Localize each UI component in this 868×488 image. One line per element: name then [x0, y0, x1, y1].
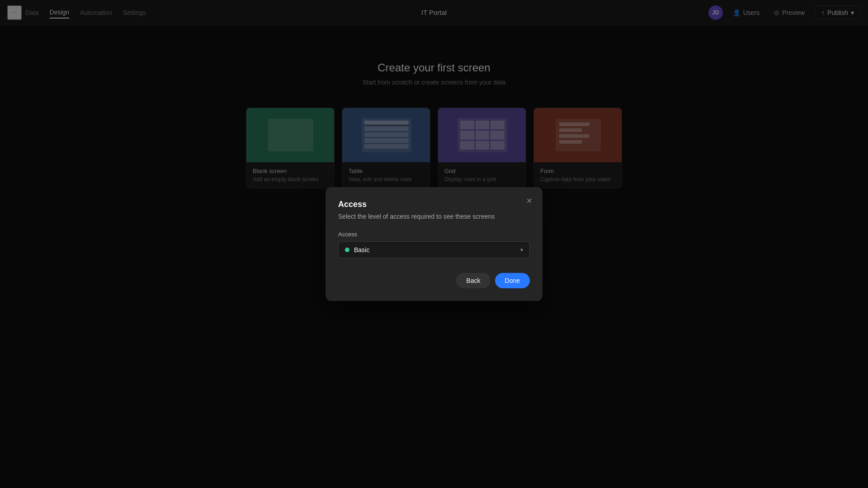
- access-select[interactable]: Basic ▾: [338, 241, 530, 258]
- modal-title: Access: [338, 200, 530, 209]
- modal-close-button[interactable]: ✕: [523, 194, 535, 207]
- access-value: Basic: [354, 246, 369, 253]
- access-modal: ✕ Access Select the level of access requ…: [326, 187, 542, 301]
- modal-actions: Back Done: [338, 273, 530, 288]
- modal-description: Select the level of access required to s…: [338, 213, 530, 220]
- access-label: Access: [338, 231, 530, 238]
- done-button[interactable]: Done: [495, 273, 530, 288]
- close-icon: ✕: [526, 197, 532, 205]
- back-button[interactable]: Back: [456, 273, 490, 288]
- access-status-dot: [345, 248, 349, 252]
- access-select-wrapper: Basic ▾: [338, 241, 530, 258]
- select-chevron-icon: ▾: [520, 247, 523, 253]
- modal-overlay: ✕ Access Select the level of access requ…: [0, 0, 868, 488]
